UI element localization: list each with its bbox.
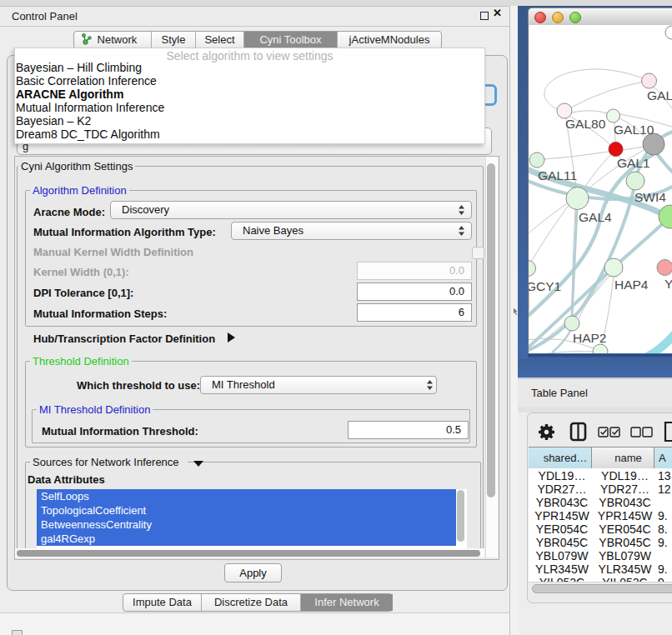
svg-text:GCY1: GCY1 xyxy=(529,279,561,293)
svg-text:HAP2: HAP2 xyxy=(573,331,607,345)
svg-text:GAL1: GAL1 xyxy=(617,156,650,170)
svg-text:GAL11: GAL11 xyxy=(538,168,577,182)
svg-text:GAL80: GAL80 xyxy=(565,117,606,131)
svg-text:SWI4: SWI4 xyxy=(634,190,666,204)
svg-text:HAP4: HAP4 xyxy=(614,278,649,292)
svg-text:GAL2: GAL2 xyxy=(647,88,672,102)
svg-text:GAL4: GAL4 xyxy=(579,210,612,224)
svg-text:YM: YM xyxy=(664,277,672,291)
svg-text:GAL10: GAL10 xyxy=(614,122,654,137)
